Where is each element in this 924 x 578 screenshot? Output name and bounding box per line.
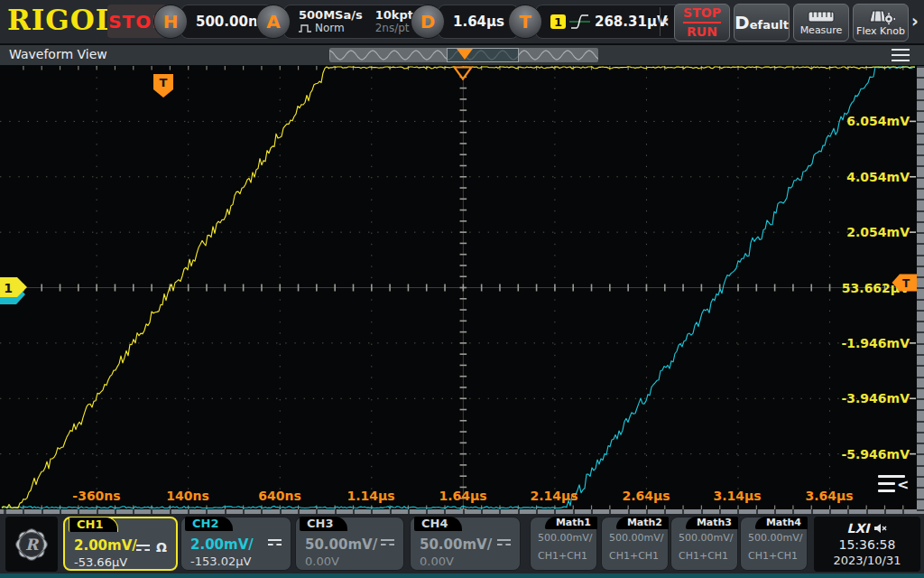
ch2-tab[interactable]: CH2: [185, 517, 233, 531]
ch3-tab[interactable]: CH3: [300, 517, 347, 531]
acquisition-info[interactable]: 500MSa/s Norm 10kpts 2ns/pt: [283, 5, 430, 39]
ch1-impedance: Ω: [156, 540, 167, 555]
timebase-overview-bar[interactable]: [329, 48, 598, 62]
math2-expression: CH1+CH1: [609, 550, 659, 562]
trigger-level-marker[interactable]: T: [892, 274, 917, 292]
ch3-offset: 0.00V: [305, 555, 339, 568]
acquisition-mode: Norm: [315, 22, 345, 35]
svg-text:T: T: [902, 277, 910, 290]
math1-status-box[interactable]: Math1 500.00mV/ CH1+CH1: [530, 517, 597, 571]
ch2-status-box[interactable]: CH2 2.00mV/ -153.02µV: [180, 517, 291, 571]
delay-center-marker[interactable]: [453, 66, 473, 80]
trigger-knob[interactable]: T: [508, 5, 542, 39]
ch4-offset: 0.00V: [420, 555, 454, 568]
ch4-dc-coupling-icon: [497, 539, 511, 545]
channel-status-bar: R CH1 2.00mV/ Ω -53.66µV CH2 2.00mV/ -15…: [0, 514, 924, 578]
stop-run-divider: [683, 22, 721, 23]
math1-expression: CH1+CH1: [538, 550, 587, 562]
math4-tab[interactable]: Math4: [755, 517, 808, 529]
ch3-scale: 50.00mV/: [305, 536, 377, 553]
rigol-logo: RIGOL: [7, 4, 116, 36]
measure-label: Measure: [800, 24, 843, 36]
flex-knob-icon: [866, 9, 895, 24]
ch1-offset: -53.66µV: [74, 555, 127, 569]
delay-knob[interactable]: D: [411, 5, 445, 39]
ch3-status-box[interactable]: CH3 50.00mV/ 0.00V: [295, 517, 404, 571]
ch3-dc-coupling-icon: [381, 539, 394, 545]
trigger-level-value: 268.31µV: [595, 14, 668, 30]
svg-text:R: R: [25, 536, 40, 554]
lxi-label: LXI: [847, 520, 870, 536]
graticule-and-traces: [0, 66, 917, 509]
math3-status-box[interactable]: Math3 500.00mV/ CH1+CH1: [670, 517, 738, 571]
vertical-ruler[interactable]: [917, 66, 924, 514]
math4-expression: CH1+CH1: [748, 550, 798, 562]
ch1-scale: 2.00mV/: [74, 537, 137, 554]
trigger-info[interactable]: 1 268.31µV A: [535, 5, 694, 39]
speaker-muted-icon: [873, 523, 887, 534]
waveform-view-title: Waveform View: [9, 47, 107, 61]
stop-run-button[interactable]: STOP RUN: [674, 4, 730, 42]
system-status-box[interactable]: LXI 15:36:58 2023/10/31: [814, 517, 920, 572]
run-label: RUN: [687, 25, 717, 39]
sample-rate: 500MSa/s: [299, 8, 363, 22]
waveform-display[interactable]: 6.054mV4.054mV 2.054mV53.662µV -1.946mV-…: [0, 66, 924, 514]
ch4-tab[interactable]: CH4: [414, 517, 462, 531]
ch1-status-box[interactable]: CH1 2.00mV/ Ω -53.66µV: [63, 517, 178, 571]
acquisition-group: A 500MSa/s Norm 10kpts 2ns/pt: [256, 5, 430, 39]
math4-status-box[interactable]: Math4 500.00mV/ CH1+CH1: [740, 517, 808, 571]
svg-text:T: T: [160, 76, 168, 89]
rising-edge-icon: [569, 13, 590, 31]
stop-label: STOP: [683, 6, 721, 20]
channel-level-markers[interactable]: 1: [0, 277, 29, 306]
default-button[interactable]: Default: [734, 4, 790, 42]
toolbar-divider: [660, 7, 661, 36]
ruler-icon: [808, 10, 835, 23]
math2-tab[interactable]: Math2: [616, 517, 669, 529]
toolbar-prev-chevron[interactable]: ‹: [662, 11, 670, 31]
math4-scale: 500.00mV/: [748, 532, 802, 544]
horizontal-scale-group: H 500.00ns/: [153, 5, 273, 39]
math1-tab[interactable]: Math1: [545, 517, 597, 529]
math3-expression: CH1+CH1: [679, 550, 728, 562]
rigol-gear-logo[interactable]: R: [5, 517, 58, 572]
math2-status-box[interactable]: Math2 500.00mV/ CH1+CH1: [601, 517, 669, 571]
top-toolbar: RIGOL STOP H 500.00ns/ A 500MSa/s Norm 1…: [0, 0, 924, 45]
flex-knob-button[interactable]: Flex Knob: [853, 4, 909, 42]
math2-scale: 500.00mV/: [609, 532, 663, 544]
waveform-view-header: Waveform View: [0, 45, 924, 66]
results-collapse-icon[interactable]: <: [878, 474, 910, 496]
bottom-accent-strip: [0, 573, 924, 578]
pulse-icon: [299, 24, 312, 33]
ch2-scale: 2.00mV/: [190, 536, 254, 553]
timebase-trigger-triangle-icon: [457, 49, 473, 60]
delay-group: D 1.64µs: [411, 5, 519, 39]
trigger-position-marker[interactable]: T: [152, 73, 174, 98]
ch4-status-box[interactable]: CH4 50.00mV/ 0.00V: [410, 517, 521, 571]
ch2-dc-coupling-icon: [268, 539, 282, 545]
toolbar-next-chevron[interactable]: ›: [911, 11, 919, 31]
ch4-scale: 50.00mV/: [420, 536, 492, 553]
menu-icon[interactable]: [892, 49, 910, 61]
trigger-source-badge: 1: [550, 14, 566, 29]
flex-knob-label: Flex Knob: [856, 25, 905, 37]
system-date: 2023/10/31: [834, 553, 901, 569]
math1-scale: 500.00mV/: [538, 532, 592, 544]
math3-scale: 500.00mV/: [679, 532, 733, 544]
delay-value[interactable]: 1.64µs: [438, 5, 519, 39]
horizontal-knob[interactable]: H: [153, 5, 188, 39]
ch2-offset: -153.02µV: [190, 555, 251, 568]
math3-tab[interactable]: Math3: [686, 517, 738, 529]
acquisition-knob[interactable]: A: [256, 5, 291, 39]
system-time: 15:36:58: [839, 536, 896, 553]
measure-button[interactable]: Measure: [793, 4, 849, 42]
ch1-tab[interactable]: CH1: [69, 517, 118, 532]
ch1-dc-coupling-icon: [136, 545, 150, 551]
svg-text:1: 1: [4, 281, 13, 295]
